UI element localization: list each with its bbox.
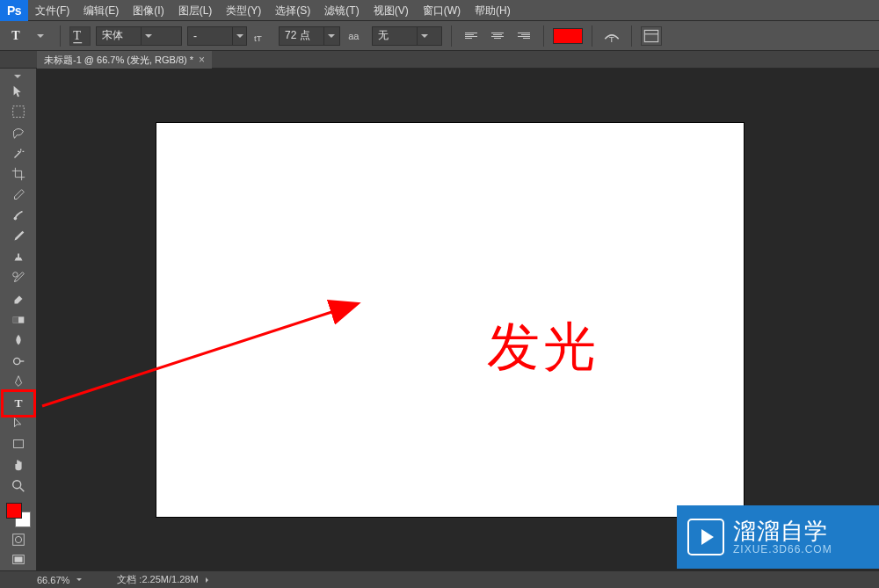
antialias-icon: aa — [345, 26, 367, 46]
svg-text:T: T — [609, 33, 614, 43]
eyedropper-tool[interactable] — [5, 185, 32, 206]
antialias-combo[interactable]: 无 — [372, 26, 442, 46]
chevron-down-icon — [417, 27, 431, 45]
gradient-tool[interactable] — [5, 309, 32, 330]
status-bar: 66.67% 文档 :2.25M/1.28M — [0, 570, 879, 588]
tool-preset-indicator[interactable]: T — [7, 27, 25, 45]
svg-rect-17 — [12, 534, 24, 545]
blur-tool[interactable] — [5, 330, 32, 351]
character-panel-button[interactable] — [641, 26, 662, 46]
watermark-play-icon — [687, 519, 724, 555]
menu-help[interactable]: 帮助(H) — [468, 0, 518, 21]
svg-point-8 — [12, 272, 17, 277]
history-brush-tool[interactable] — [5, 267, 32, 288]
svg-text:T: T — [14, 396, 22, 410]
tool-letter: T — [11, 29, 19, 43]
font-size-value: 72 点 — [280, 28, 323, 43]
align-center-button[interactable] — [487, 26, 508, 46]
healing-brush-tool[interactable] — [5, 206, 32, 227]
watermark-overlay: 溜溜自学 ZIXUE.3D66.COM — [677, 505, 879, 569]
svg-point-15 — [12, 480, 20, 488]
close-icon[interactable]: × — [199, 51, 205, 69]
divider — [592, 25, 592, 47]
menu-type[interactable]: 类型(Y) — [219, 0, 268, 21]
zoom-level[interactable]: 66.67% — [37, 575, 69, 585]
chevron-down-icon — [232, 27, 246, 45]
watermark-subtitle: ZIXUE.3D66.COM — [733, 544, 832, 555]
brush-tool[interactable] — [5, 226, 32, 247]
foreground-color-swatch[interactable] — [6, 503, 22, 519]
app-logo: Ps — [0, 0, 28, 21]
menu-edit[interactable]: 编辑(E) — [76, 0, 126, 21]
svg-text:T: T — [73, 28, 81, 42]
chevron-right-icon[interactable] — [206, 577, 208, 583]
align-right-button[interactable] — [513, 26, 534, 46]
zoom-tool[interactable] — [5, 475, 32, 497]
crop-tool[interactable] — [5, 163, 32, 185]
clone-stamp-tool[interactable] — [5, 247, 32, 268]
canvas-viewport[interactable]: 发光 — [37, 69, 879, 570]
move-tool[interactable] — [5, 81, 32, 102]
document-tab[interactable]: 未标题-1 @ 66.7% (发光, RGB/8) * × — [37, 51, 212, 69]
svg-rect-20 — [14, 557, 22, 563]
antialias-value: 无 — [373, 28, 417, 43]
magic-wand-tool[interactable] — [5, 143, 32, 164]
divider — [60, 25, 61, 47]
type-tool[interactable]: T — [5, 392, 32, 413]
svg-rect-14 — [13, 440, 23, 448]
svg-point-18 — [15, 536, 21, 542]
menu-window[interactable]: 窗口(W) — [416, 0, 468, 21]
canvas-text-layer[interactable]: 发光 — [487, 312, 599, 383]
document-tab-bar: 未标题-1 @ 66.7% (发光, RGB/8) * × — [0, 51, 879, 69]
warp-icon: T — [602, 26, 621, 46]
panel-icon — [642, 26, 661, 46]
menu-view[interactable]: 视图(V) — [367, 0, 416, 21]
lasso-tool[interactable] — [5, 122, 32, 143]
eraser-tool[interactable] — [5, 288, 32, 309]
font-family-value: 宋体 — [97, 28, 141, 43]
text-color-swatch[interactable] — [553, 28, 583, 44]
toolbar-collapse-toggle[interactable] — [0, 72, 36, 81]
menu-file[interactable]: 文件(F) — [28, 0, 76, 21]
watermark-title: 溜溜自学 — [733, 519, 832, 544]
path-selection-tool[interactable] — [5, 413, 32, 434]
svg-rect-4 — [644, 30, 657, 41]
dodge-tool[interactable] — [5, 351, 32, 372]
menu-layer[interactable]: 图层(L) — [171, 0, 220, 21]
svg-point-11 — [13, 358, 19, 364]
text-orientation-toggle[interactable]: T — [69, 26, 91, 46]
font-style-value: - — [188, 30, 232, 42]
svg-text:aa: aa — [348, 31, 360, 41]
document-info[interactable]: 文档 :2.25M/1.28M — [117, 573, 198, 586]
hand-tool[interactable] — [5, 454, 32, 475]
menu-image[interactable]: 图像(I) — [126, 0, 171, 21]
svg-rect-10 — [12, 316, 18, 323]
quick-mask-button[interactable] — [5, 529, 32, 550]
menu-select[interactable]: 选择(S) — [268, 0, 317, 21]
menu-filter[interactable]: 滤镜(T) — [317, 0, 366, 21]
align-left-button[interactable] — [461, 26, 482, 46]
divider — [451, 25, 452, 47]
font-style-combo[interactable]: - — [187, 26, 247, 46]
text-orientation-icon: T — [70, 26, 90, 46]
tool-preset-menu[interactable] — [30, 26, 51, 46]
document-canvas[interactable]: 发光 — [156, 123, 744, 517]
marquee-tool[interactable] — [5, 101, 32, 122]
workspace: T 发光 — [0, 69, 879, 570]
font-size-combo[interactable]: 72 点 — [279, 26, 340, 46]
tools-panel: T — [0, 69, 37, 570]
svg-text:tT: tT — [254, 33, 262, 42]
menu-bar: Ps 文件(F) 编辑(E) 图像(I) 图层(L) 类型(Y) 选择(S) 滤… — [0, 0, 879, 21]
screen-mode-button[interactable] — [5, 549, 32, 570]
document-tab-title: 未标题-1 @ 66.7% (发光, RGB/8) * — [44, 51, 193, 69]
pen-tool[interactable] — [5, 372, 32, 393]
font-size-icon: tT — [252, 26, 273, 46]
warp-text-button[interactable]: T — [601, 26, 622, 46]
rectangle-tool[interactable] — [5, 433, 32, 454]
font-family-combo[interactable]: 宋体 — [96, 26, 182, 46]
svg-point-7 — [13, 217, 17, 221]
chevron-down-icon[interactable] — [76, 578, 82, 581]
svg-rect-6 — [12, 106, 24, 118]
options-bar: T T 宋体 - tT 72 点 aa 无 — [0, 21, 879, 51]
color-swatches[interactable] — [4, 501, 33, 529]
